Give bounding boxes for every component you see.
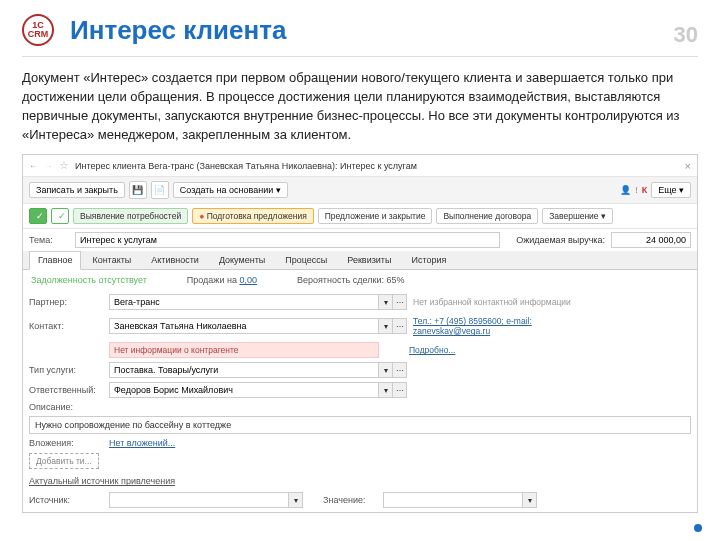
tab-processes[interactable]: Процессы bbox=[276, 251, 336, 269]
sales-info: Продажи на 0,00 bbox=[187, 275, 257, 285]
attachments-link[interactable]: Нет вложений... bbox=[109, 438, 175, 448]
stage-1[interactable]: Выявление потребностей bbox=[73, 208, 188, 224]
tab-requisites[interactable]: Реквизиты bbox=[338, 251, 400, 269]
star-icon[interactable]: ☆ bbox=[59, 159, 69, 172]
partner-dropdown[interactable]: ▾ bbox=[379, 294, 393, 310]
resp-input[interactable] bbox=[109, 382, 379, 398]
decorative-dot bbox=[694, 524, 702, 532]
more-button[interactable]: Еще ▾ bbox=[651, 182, 691, 198]
attach-label: Вложения: bbox=[29, 438, 109, 448]
save-button[interactable]: 💾 bbox=[129, 181, 147, 199]
crm-window: ← → ☆ Интерес клиента Вега-транс (Заневс… bbox=[22, 154, 698, 513]
resp-open[interactable]: ⋯ bbox=[393, 382, 407, 398]
stage-check-done[interactable]: ✓ bbox=[29, 208, 47, 224]
stage-5[interactable]: Завершение ▾ bbox=[542, 208, 613, 224]
logo: 1C CRM bbox=[22, 14, 54, 46]
type-dropdown[interactable]: ▾ bbox=[379, 362, 393, 378]
resp-label: Ответственный: bbox=[29, 385, 109, 395]
contragent-warning: Нет информации о контрагенте bbox=[109, 342, 379, 358]
description-textarea[interactable]: Нужно сопровождение по бассейну в коттед… bbox=[29, 416, 691, 434]
close-icon[interactable]: × bbox=[685, 160, 691, 172]
more-link[interactable]: Подробно... bbox=[409, 345, 455, 355]
page-number: 30 bbox=[674, 22, 698, 48]
add-file-button[interactable]: Добавить ти... bbox=[29, 453, 99, 469]
partner-open[interactable]: ⋯ bbox=[393, 294, 407, 310]
stage-3[interactable]: Предложение и закрытие bbox=[318, 208, 433, 224]
page-title: Интерес клиента bbox=[70, 15, 286, 46]
tab-documents[interactable]: Документы bbox=[210, 251, 274, 269]
tab-history[interactable]: История bbox=[402, 251, 455, 269]
type-input[interactable] bbox=[109, 362, 379, 378]
resp-dropdown[interactable]: ▾ bbox=[379, 382, 393, 398]
type-open[interactable]: ⋯ bbox=[393, 362, 407, 378]
type-label: Тип услуги: bbox=[29, 365, 109, 375]
contact-label: Контакт: bbox=[29, 321, 109, 331]
stage-check-next[interactable]: ✓ bbox=[51, 208, 69, 224]
partner-input[interactable] bbox=[109, 294, 379, 310]
description: Документ «Интерес» создается при первом … bbox=[22, 69, 698, 144]
no-contact-info: Нет избранной контактной информации bbox=[407, 295, 587, 309]
flag-icon[interactable]: ! bbox=[635, 185, 638, 195]
topic-input[interactable] bbox=[75, 232, 500, 248]
debt-status: Задолженность отсутствует bbox=[31, 275, 147, 285]
save-close-button[interactable]: Записать и закрыть bbox=[29, 182, 125, 198]
probability: Вероятность сделки: 65% bbox=[297, 275, 405, 285]
k-button[interactable]: К bbox=[642, 185, 648, 195]
create-based-button[interactable]: Создать на основании ▾ bbox=[173, 182, 288, 198]
value-label: Значение: bbox=[323, 495, 383, 505]
source-label: Источник: bbox=[29, 495, 109, 505]
fwd-icon[interactable]: → bbox=[44, 161, 53, 171]
topic-label: Тема: bbox=[29, 235, 69, 245]
revenue-label: Ожидаемая выручка: bbox=[516, 235, 605, 245]
stage-2[interactable]: ● Подготовка предложения bbox=[192, 208, 314, 224]
back-icon[interactable]: ← bbox=[29, 161, 38, 171]
tab-contacts[interactable]: Контакты bbox=[83, 251, 140, 269]
revenue-input[interactable] bbox=[611, 232, 691, 248]
stage-4[interactable]: Выполнение договора bbox=[436, 208, 538, 224]
divider bbox=[22, 56, 698, 57]
contact-dropdown[interactable]: ▾ bbox=[379, 318, 393, 334]
tab-activities[interactable]: Активности bbox=[142, 251, 208, 269]
value-input[interactable] bbox=[383, 492, 523, 508]
contact-input[interactable] bbox=[109, 318, 379, 334]
sales-link[interactable]: 0,00 bbox=[239, 275, 257, 285]
user-icon[interactable]: 👤 bbox=[620, 185, 631, 195]
source-section-header: Актуальный источник привлечения bbox=[23, 472, 697, 490]
value-dropdown[interactable]: ▾ bbox=[523, 492, 537, 508]
contact-open[interactable]: ⋯ bbox=[393, 318, 407, 334]
tab-main[interactable]: Главное bbox=[29, 251, 81, 270]
source-dropdown[interactable]: ▾ bbox=[289, 492, 303, 508]
desc-label: Описание: bbox=[29, 402, 109, 412]
partner-label: Партнер: bbox=[29, 297, 109, 307]
window-title: Интерес клиента Вега-транс (Заневская Та… bbox=[75, 161, 417, 171]
source-input[interactable] bbox=[109, 492, 289, 508]
contact-phone: Тел.: +7 (495) 8595600; e-mail: zanevska… bbox=[407, 314, 587, 338]
print-button[interactable]: 📄 bbox=[151, 181, 169, 199]
